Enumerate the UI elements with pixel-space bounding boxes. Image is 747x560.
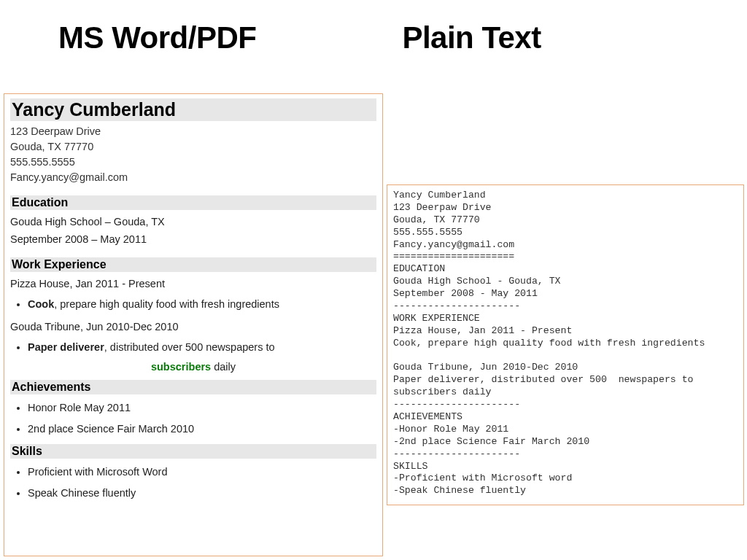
work-job1-bullets: Cook, prepare high quality food with fre… [10, 297, 376, 312]
work-job2-desc: , distributed over 500 newspapers to [104, 341, 275, 353]
address-pre: 123 [10, 125, 31, 137]
spellcheck-grammar: subscribers [151, 361, 211, 374]
address-post: Drive [73, 125, 101, 137]
address-line: 123 Deerpaw Drive [10, 124, 376, 139]
resume-name: Yancy Cumberland [10, 98, 376, 121]
spellcheck-word: Deerpaw [31, 125, 73, 139]
word-resume-panel: Yancy Cumberland 123 Deerpaw Drive Gouda… [4, 93, 383, 556]
work-job2-item: Paper deliverer, distributed over 500 ne… [28, 340, 376, 355]
work-job1-role: Cook [28, 298, 54, 310]
section-skills: Skills [10, 444, 376, 459]
achievement-item: Honor Role May 2011 [28, 400, 376, 416]
section-achievements: Achievements [10, 380, 376, 394]
skill-item: Proficient with Microsoft Word [28, 464, 376, 480]
section-work: Work Experience [10, 257, 376, 272]
headings-row: MS Word/PDF Plain Text [0, 20, 747, 55]
skill-item: Speak Chinese fluently [28, 486, 376, 501]
work-job1-desc: , prepare high quality food with fresh i… [54, 298, 279, 310]
phone-line: 555.555.5555 [10, 155, 376, 170]
contact-block: 123 Deerpaw Drive Gouda, TX 77770 555.55… [10, 124, 376, 185]
email-line: Fancy.yancy@gmail.com [10, 170, 376, 185]
work-job2-bullets: Paper deliverer, distributed over 500 ne… [10, 340, 376, 355]
heading-word: MS Word/PDF [58, 20, 256, 55]
work-job1-line: Pizza House, Jan 2011 - Present [10, 276, 376, 291]
work-job2-subline: subscribers daily [10, 361, 376, 373]
section-education: Education [10, 195, 376, 210]
education-line1: Gouda High School – Gouda, TX [10, 214, 376, 229]
city-line: Gouda, TX 77770 [10, 139, 376, 155]
achievements-list: Honor Role May 2011 2nd place Science Fa… [10, 400, 376, 437]
education-line2: September 2008 – May 2011 [10, 232, 376, 246]
work-job2-sub-after: daily [211, 361, 236, 373]
skills-list: Proficient with Microsoft Word Speak Chi… [10, 464, 376, 501]
work-job2-role: Paper deliverer [28, 341, 104, 353]
achievement-item: 2nd place Science Fair March 2010 [28, 421, 376, 437]
heading-plain: Plain Text [402, 20, 541, 55]
work-job1-item: Cook, prepare high quality food with fre… [28, 297, 376, 312]
plain-text-panel: Yancy Cumberland 123 Deerpaw Drive Gouda… [387, 184, 744, 505]
work-job2-line: Gouda Tribune, Jun 2010-Dec 2010 [10, 319, 376, 334]
